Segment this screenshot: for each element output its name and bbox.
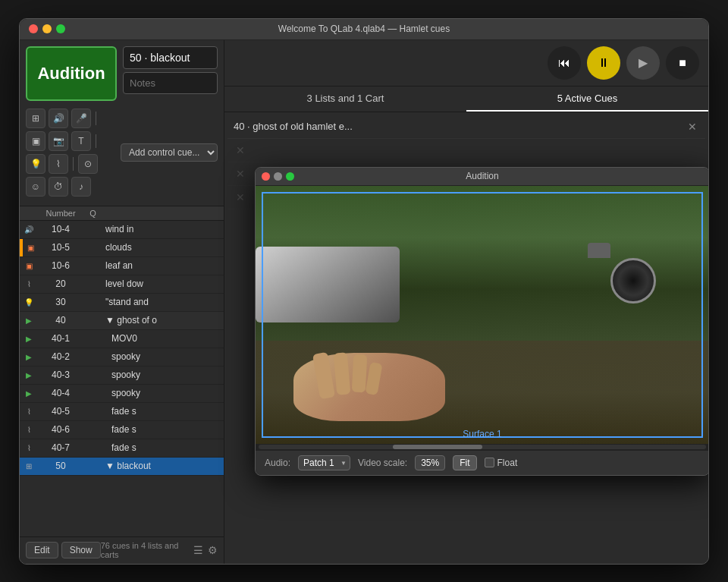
cue-row[interactable]: ▶ 40-3 spooky [20, 367, 224, 385]
group-cue-icon: ⊞ [20, 462, 38, 470]
fade-cue-icon: ⌇ [20, 444, 38, 452]
name-header [102, 209, 224, 218]
scale-input[interactable] [415, 455, 445, 470]
clock-icon[interactable]: ⏱ [49, 177, 68, 197]
target-icon[interactable]: ⊙ [78, 154, 98, 174]
light-cue-icon: 💡 [20, 298, 38, 307]
cue-name-input[interactable] [123, 46, 218, 69]
play-indicator: ▶ [20, 389, 38, 398]
tab-lists-cart[interactable]: 3 Lists and 1 Cart [224, 87, 466, 112]
list-view-icon[interactable]: ☰ [193, 544, 203, 556]
audition-title-bar: Audition [256, 168, 709, 186]
cue-row[interactable]: 🔊 10-4 wind in [20, 221, 224, 239]
cue-row[interactable]: ▶ 40-1 MOV0 [20, 330, 224, 348]
audio-icon[interactable]: 🔊 [49, 109, 68, 128]
play-indicator: ▶ [20, 335, 38, 343]
emoji-icon[interactable]: ☺ [26, 177, 46, 197]
cue-list: Number Q 🔊 10-4 wind in ▣ 10-5 [20, 206, 224, 536]
cue-row[interactable]: ▶ 40-2 spooky [20, 348, 224, 367]
float-option: Float [485, 458, 518, 468]
aud-close-button[interactable] [262, 172, 270, 181]
active-cue-item[interactable]: 40 · ghost of old hamlet e... ✕ [228, 115, 705, 139]
cue-row[interactable]: ⌇ 20 level dow [20, 275, 224, 294]
title-bar: Welcome To QLab 4.qlab4 — Hamlet cues [20, 19, 708, 40]
text-icon[interactable]: T [71, 131, 91, 151]
audition-footer: Audio: Patch 1 Video scale: Fit Float [256, 450, 709, 475]
settings-icon[interactable]: ⚙ [208, 544, 218, 556]
pause-button[interactable]: ⏸ [587, 46, 620, 80]
fade-cue-icon: ⌇ [20, 280, 38, 288]
cue-row[interactable]: ⌇ 40-7 fade s [20, 439, 224, 458]
active-cue-item: ✕ [228, 139, 705, 162]
tabs-row: 3 Lists and 1 Cart 5 Active Cues [224, 87, 708, 112]
play-indicator: ▶ [20, 316, 38, 325]
video-preview: Surface 1 [256, 186, 709, 444]
close-cue-button[interactable]: ✕ [686, 120, 699, 134]
show-button[interactable]: Show [61, 542, 101, 558]
close-cue-button-3[interactable]: ✕ [234, 167, 247, 181]
status-text: 76 cues in 4 lists and carts [101, 541, 193, 559]
audio-label: Audio: [265, 458, 290, 468]
q-header: Q [83, 209, 102, 218]
cue-row[interactable]: ▣ 10-5 clouds [20, 239, 224, 257]
minimize-button[interactable] [42, 24, 52, 33]
notes-input[interactable] [123, 72, 218, 94]
cue-row[interactable]: ▣ 10-6 leaf an [20, 257, 224, 275]
bottom-bar: Edit Show 76 cues in 4 lists and carts ☰… [20, 536, 224, 564]
close-cue-button-2[interactable]: ✕ [234, 143, 247, 157]
rewind-button[interactable]: ⏮ [548, 46, 581, 80]
audio-cue-icon: 🔊 [20, 225, 38, 234]
light-icon[interactable]: 💡 [26, 154, 46, 174]
active-cue-title: 40 · ghost of old hamlet e... [234, 121, 679, 132]
audition-window-title: Audition [466, 171, 498, 181]
fade-cue-icon: ⌇ [20, 426, 38, 434]
camera-icon[interactable]: 📷 [49, 131, 68, 151]
video-area: Surface 1 [256, 186, 709, 450]
mic-icon[interactable]: 🎤 [71, 109, 91, 128]
patch-select[interactable]: Patch 1 [298, 455, 350, 470]
maximize-button[interactable] [56, 24, 65, 33]
edit-button[interactable]: Edit [26, 542, 58, 558]
cue-row[interactable]: 💡 30 "stand and [20, 294, 224, 312]
float-checkbox[interactable] [485, 458, 494, 467]
tab-active-cues[interactable]: 5 Active Cues [466, 87, 708, 112]
fit-button[interactable]: Fit [453, 455, 476, 470]
close-cue-button-4[interactable]: ✕ [234, 190, 247, 204]
stop-button[interactable]: ■ [666, 46, 699, 80]
close-button[interactable] [29, 24, 38, 33]
float-label: Float [497, 458, 518, 468]
aud-minimize-button[interactable] [274, 172, 282, 181]
aud-maximize-button[interactable] [286, 172, 294, 181]
video-icon[interactable]: ▣ [26, 131, 46, 151]
play-button[interactable]: ▶ [626, 46, 660, 80]
cue-list-header: Number Q [20, 206, 224, 221]
music-icon[interactable]: ♪ [71, 177, 91, 197]
number-header: Number [38, 209, 83, 218]
add-control-cue-select[interactable]: Add control cue... [121, 143, 218, 162]
cue-row[interactable]: ⌇ 40-5 fade s [20, 403, 224, 421]
window-title: Welcome To QLab 4.qlab4 — Hamlet cues [278, 24, 450, 34]
cue-row[interactable]: ⌇ 40-6 fade s [20, 421, 224, 439]
play-indicator: ▶ [20, 353, 38, 361]
play-indicator: ▶ [20, 371, 38, 379]
audition-window: Audition [255, 167, 709, 476]
midi-icon[interactable]: ⌇ [49, 154, 68, 174]
group-icon[interactable]: ⊞ [26, 109, 46, 128]
video-scale-label: Video scale: [358, 458, 407, 468]
cue-row[interactable]: ▶ 40 ▼ ghost of o [20, 312, 224, 330]
transport-bar: ⏮ ⏸ ▶ ■ [224, 40, 708, 87]
surface-label: Surface 1 [463, 429, 501, 439]
video-cue-icon: ▣ [20, 262, 38, 270]
cue-row[interactable]: ⊞ 50 ▼ blackout [20, 458, 224, 476]
fade-cue-icon: ⌇ [20, 407, 38, 416]
cue-row[interactable]: ▶ 40-4 spooky [20, 385, 224, 403]
audition-button[interactable]: Audition [26, 46, 117, 101]
